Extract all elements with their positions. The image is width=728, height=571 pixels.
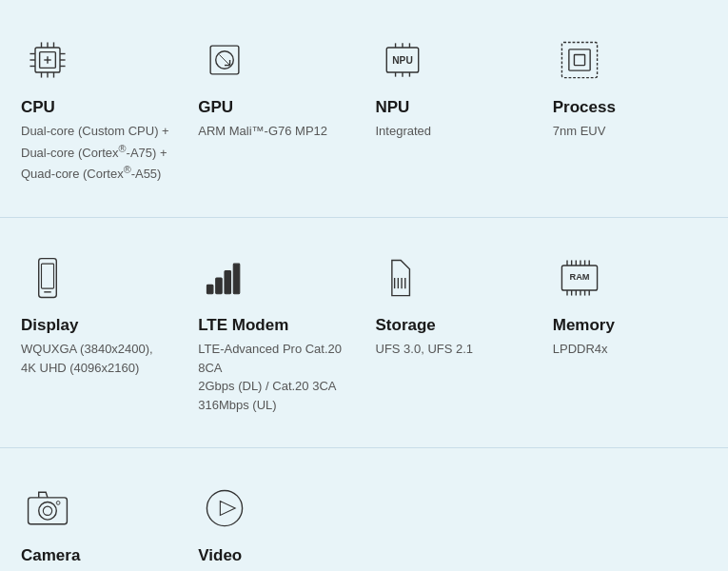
storage-icon	[376, 251, 429, 305]
svg-rect-31	[574, 54, 584, 65]
gpu-desc: ARM Mali™-G76 MP12	[198, 122, 327, 141]
npu-desc: Integrated	[376, 122, 432, 141]
svg-point-59	[43, 506, 51, 515]
section-2: Display WQUXGA (3840x2400),4K UHD (4096x…	[0, 218, 728, 448]
video-icon	[198, 482, 251, 535]
spec-item-camera: Camera Rear 22MP, Front 22MP,Dual-camera…	[10, 467, 187, 571]
spec-item-lte: LTE Modem LTE-Advanced Pro Cat.20 8CA2Gb…	[187, 237, 364, 428]
spec-item-npu: NPU NPU Integrated	[364, 19, 541, 198]
svg-rect-29	[561, 42, 597, 77]
svg-rect-33	[42, 264, 54, 288]
spec-item-cpu: CPU Dual-core (Custom CPU) +Dual-core (C…	[10, 19, 187, 198]
svg-line-18	[220, 54, 230, 65]
svg-rect-37	[225, 271, 231, 294]
lte-desc: LTE-Advanced Pro Cat.20 8CA2Gbps (DL) / …	[198, 340, 352, 414]
svg-rect-30	[569, 49, 590, 70]
memory-title: Memory	[553, 316, 615, 335]
memory-icon: RAM	[553, 251, 606, 305]
spec-item-storage: Storage UFS 3.0, UFS 2.1	[364, 237, 541, 428]
cpu-title: CPU	[21, 98, 55, 117]
spec-item-gpu: GPU ARM Mali™-G76 MP12	[187, 19, 364, 198]
lte-title: LTE Modem	[198, 316, 288, 335]
memory-desc: LPDDR4x	[553, 340, 608, 359]
svg-rect-38	[234, 264, 241, 294]
section-1: CPU Dual-core (Custom CPU) +Dual-core (C…	[0, 0, 728, 218]
storage-title: Storage	[376, 316, 436, 335]
camera-icon	[21, 482, 74, 535]
cpu-desc: Dual-core (Custom CPU) +Dual-core (Corte…	[21, 122, 169, 184]
process-icon	[553, 33, 606, 87]
video-title: Video	[198, 546, 242, 565]
display-icon	[21, 251, 74, 305]
svg-rect-35	[207, 286, 214, 294]
svg-point-61	[207, 491, 243, 526]
spec-item-process: Process 7nm EUV	[541, 19, 718, 198]
process-desc: 7nm EUV	[553, 122, 606, 141]
cpu-icon	[21, 33, 74, 87]
process-title: Process	[553, 98, 616, 117]
camera-title: Camera	[21, 546, 80, 565]
npu-icon: NPU	[376, 33, 429, 87]
empty-cell-4	[541, 467, 718, 571]
npu-title: NPU	[376, 98, 410, 117]
display-title: Display	[21, 316, 78, 335]
spec-item-video: Video 8K 30fps or 4K UHD 150fpsencoding …	[187, 467, 364, 571]
gpu-title: GPU	[198, 98, 233, 117]
display-desc: WQUXGA (3840x2400),4K UHD (4096x2160)	[21, 340, 153, 377]
svg-marker-62	[221, 502, 236, 516]
storage-desc: UFS 3.0, UFS 2.1	[376, 340, 474, 359]
svg-text:NPU: NPU	[392, 55, 413, 66]
spec-item-memory: RAM Memory LPDDR4x	[541, 237, 718, 428]
svg-rect-36	[216, 278, 223, 294]
svg-point-60	[56, 502, 60, 505]
gpu-icon	[198, 33, 251, 87]
spec-item-display: Display WQUXGA (3840x2400),4K UHD (4096x…	[10, 237, 187, 428]
svg-text:RAM: RAM	[569, 272, 589, 282]
lte-icon	[198, 251, 251, 305]
empty-cell-3	[364, 467, 541, 571]
section-3: Camera Rear 22MP, Front 22MP,Dual-camera…	[0, 448, 728, 571]
svg-point-58	[39, 502, 57, 521]
